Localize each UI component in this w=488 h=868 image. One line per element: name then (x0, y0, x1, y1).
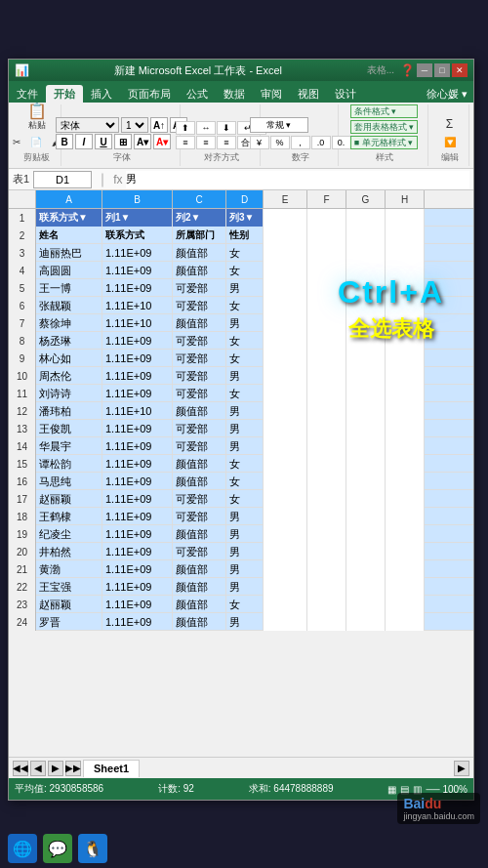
grid-cell[interactable]: 1.11E+09 (102, 262, 173, 279)
grid-cell[interactable] (386, 420, 425, 437)
grid-cell[interactable]: 1.11E+09 (102, 437, 173, 455)
grid-cell[interactable] (307, 420, 346, 437)
grid-cell[interactable]: 1.11E+09 (102, 332, 173, 350)
grid-cell[interactable] (307, 244, 346, 262)
grid-cell[interactable] (386, 578, 425, 596)
grid-cell[interactable] (307, 314, 346, 332)
align-right-button[interactable]: ≡ (217, 136, 236, 149)
sheet-nav-first[interactable]: ◀◀ (13, 761, 28, 776)
grid-cell[interactable]: 颜值部 (173, 560, 226, 578)
grid-cell[interactable]: 男 (226, 367, 264, 385)
format-as-table-button[interactable]: 套用表格格式 ▾ (350, 120, 419, 134)
grid-cell[interactable]: 可爱部 (173, 332, 226, 350)
grid-cell[interactable] (264, 490, 307, 508)
row-header[interactable]: 1 (9, 209, 36, 227)
grid-cell[interactable] (307, 227, 346, 244)
grid-cell[interactable] (264, 314, 307, 332)
grid-cell[interactable]: 王俊凯 (36, 420, 102, 437)
grid-cell[interactable] (307, 297, 346, 314)
grid-cell[interactable] (346, 244, 386, 262)
grid-cell[interactable] (307, 350, 346, 367)
taskbar-penguin[interactable]: 🐧 (78, 834, 107, 863)
grid-cell[interactable] (346, 297, 386, 314)
grid-cell[interactable] (386, 473, 425, 490)
grid-cell[interactable] (264, 350, 307, 367)
grid-cell[interactable]: 颜值部 (173, 596, 226, 613)
grid-cell[interactable] (346, 402, 386, 420)
sheet-nav-last[interactable]: ▶▶ (65, 761, 81, 776)
row-header[interactable]: 18 (9, 508, 36, 525)
row-header[interactable]: 17 (9, 490, 36, 508)
grid-cell[interactable] (307, 543, 346, 560)
grid-cell[interactable] (307, 508, 346, 525)
col-header-d[interactable]: D (226, 190, 264, 208)
grid-cell[interactable] (307, 490, 346, 508)
grid-cell[interactable]: 联系方式▼ (36, 209, 102, 227)
grid-cell[interactable]: 女 (226, 244, 264, 262)
grid-cell[interactable] (264, 332, 307, 350)
grid-cell[interactable]: 颜值部 (173, 578, 226, 596)
row-header[interactable]: 6 (9, 297, 36, 314)
grid-cell[interactable] (346, 385, 386, 402)
grid-cell[interactable] (346, 262, 386, 279)
grid-cell[interactable]: 1.11E+09 (102, 525, 173, 543)
grid-cell[interactable] (307, 560, 346, 578)
grid-cell[interactable]: 马思纯 (36, 473, 102, 490)
row-header[interactable]: 2 (9, 227, 36, 244)
normal-view-button[interactable]: ▦ (387, 784, 396, 795)
grid-cell[interactable]: 1.11E+09 (102, 578, 173, 596)
grid-cell[interactable]: 林心如 (36, 350, 102, 367)
grid-cell[interactable]: 列3▼ (226, 209, 264, 227)
grid-cell[interactable] (346, 367, 386, 385)
grid-cell[interactable] (264, 297, 307, 314)
grid-cell[interactable]: 女 (226, 297, 264, 314)
row-header[interactable]: 24 (9, 613, 36, 631)
grid-cell[interactable] (307, 332, 346, 350)
grid-cell[interactable] (307, 262, 346, 279)
grid-cell[interactable]: 1.11E+09 (102, 473, 173, 490)
grid-cell[interactable]: 女 (226, 490, 264, 508)
grid-cell[interactable]: 男 (226, 314, 264, 332)
grid-cell[interactable] (386, 385, 425, 402)
grid-cell[interactable]: 男 (226, 578, 264, 596)
grid-cell[interactable]: 可爱部 (173, 508, 226, 525)
grid-cell[interactable]: 可爱部 (173, 490, 226, 508)
grid-cell[interactable] (264, 508, 307, 525)
col-header-h[interactable]: H (386, 190, 425, 208)
grid-cell[interactable]: 1.11E+09 (102, 244, 173, 262)
grid-cell[interactable] (346, 350, 386, 367)
grid-cell[interactable]: 男 (226, 560, 264, 578)
grid-cell[interactable] (346, 508, 386, 525)
grid-cell[interactable]: 可爱部 (173, 543, 226, 560)
grid-cell[interactable] (264, 596, 307, 613)
grid-cell[interactable]: 谭松韵 (36, 455, 102, 473)
grid-cell[interactable] (264, 473, 307, 490)
grid-cell[interactable]: 女 (226, 350, 264, 367)
grid-cell[interactable]: 1.11E+09 (102, 367, 173, 385)
grid-cell[interactable] (264, 244, 307, 262)
grid-cell[interactable]: 可爱部 (173, 420, 226, 437)
grid-cell[interactable]: 可爱部 (173, 297, 226, 314)
copy-button[interactable]: 📄 (26, 135, 46, 149)
sheet-scroll-right[interactable]: ▶ (454, 761, 469, 776)
tab-design[interactable]: 设计 (327, 85, 364, 103)
tab-file[interactable]: 文件 (9, 85, 46, 103)
grid-cell[interactable]: 1.11E+09 (102, 455, 173, 473)
grid-cell[interactable] (307, 402, 346, 420)
font-name-select[interactable]: 宋体 (56, 117, 119, 133)
grid-cell[interactable]: 1.11E+09 (102, 560, 173, 578)
grid-cell[interactable] (264, 578, 307, 596)
grid-cell[interactable]: 1.11E+10 (102, 297, 173, 314)
taskbar-browser[interactable]: 🌐 (8, 834, 37, 863)
grid-cell[interactable] (346, 209, 386, 227)
grid-cell[interactable]: 赵丽颖 (36, 490, 102, 508)
grid-cell[interactable] (307, 367, 346, 385)
grid-cell[interactable] (386, 367, 425, 385)
grid-cell[interactable]: 可爱部 (173, 279, 226, 297)
col-header-b[interactable]: B (102, 190, 173, 208)
grid-cell[interactable]: 男 (226, 420, 264, 437)
grid-cell[interactable] (346, 420, 386, 437)
row-header[interactable]: 15 (9, 455, 36, 473)
grid-cell[interactable] (346, 613, 386, 631)
row-header[interactable]: 20 (9, 543, 36, 560)
